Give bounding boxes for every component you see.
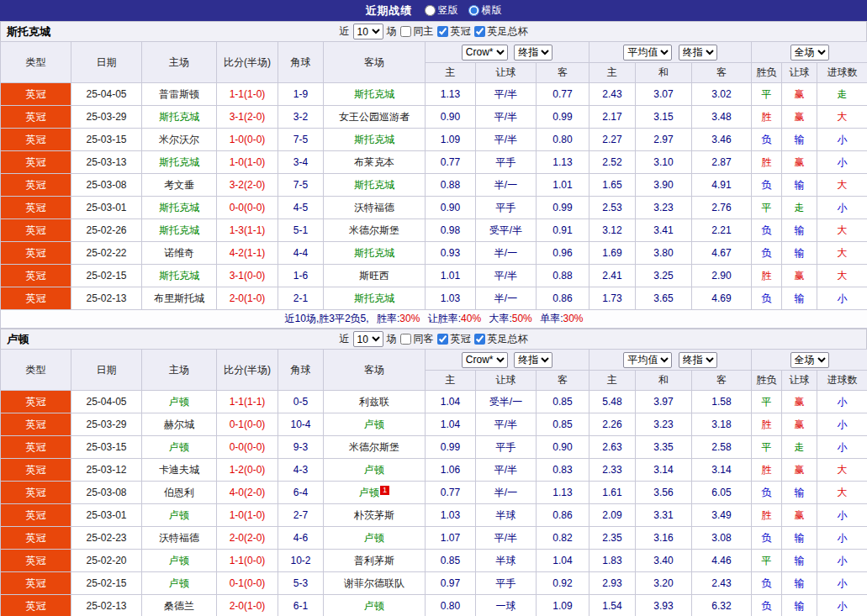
match-row: 英冠25-03-29赫尔城0-1(0-0)10-4卢顿1.04平/半0.852.… [1,413,867,436]
league-badge: 英冠 [1,129,71,151]
league-badge: 英冠 [1,572,71,595]
away-team: 朴茨茅斯 [324,504,426,527]
match-row: 英冠25-04-05普雷斯顿1-1(1-0)1-9斯托克城1.13平/半0.77… [1,83,867,106]
odds-away: 0.86 [537,287,589,310]
avg-home-odds: 5.48 [589,391,636,413]
match-row: 英冠25-02-15卢顿0-1(0-0)5-3谢菲尔德联队0.97平手0.922… [1,572,867,595]
avg-select[interactable]: 平均值 [623,352,672,368]
odds-away: 1.13 [537,151,589,174]
away-team: 布莱克本 [324,151,426,174]
match-row: 英冠25-02-22诺维奇4-2(1-1)4-4斯托克城0.93半/一0.961… [1,242,867,265]
odds-time-select[interactable]: 终指 [514,352,552,368]
same-venue-filter[interactable]: 同主 [400,24,434,39]
horizontal-radio[interactable] [468,5,479,16]
result-handicap: 输 [782,242,817,265]
result-handicap: 输 [782,527,817,550]
avg-away-odds: 4.91 [692,174,752,197]
scope-select[interactable]: 全场 [790,45,829,61]
corner-score: 0-5 [278,391,324,413]
fa-cup-filter[interactable]: 英足总杯 [474,24,528,39]
match-date: 25-03-13 [71,151,142,174]
avg-away-odds: 6.32 [692,595,752,616]
avg-select[interactable]: 平均值 [623,45,672,61]
half-full-score: 1-1(1-0) [217,83,278,106]
result-outcome: 负 [752,129,782,151]
recent-count-select[interactable]: 10 [353,24,383,39]
avg-draw-odds: 3.31 [636,504,692,527]
fa-cup-filter[interactable]: 英足总杯 [474,332,528,346]
sub-header-result: 胜负 [752,63,782,83]
championship-filter[interactable]: 英冠 [437,24,471,39]
recent-count-select[interactable]: 10 [353,331,383,347]
result-goals: 小 [817,527,867,550]
avg-time-select[interactable]: 终指 [679,45,717,61]
odds-away: 0.92 [537,572,589,595]
away-team: 利兹联 [324,391,426,413]
half-full-score: 1-0(1-0) [217,504,278,527]
odds-away: 0.83 [537,459,589,482]
result-handicap: 输 [782,287,817,310]
home-team: 卢顿 [142,572,217,595]
bookmaker-select[interactable]: Crow* [462,45,508,61]
half-full-score: 1-0(1-0) [217,151,278,174]
league-badge: 英冠 [1,527,71,550]
league-badge: 英冠 [1,595,71,616]
home-team: 斯托克城 [142,265,217,287]
same-venue-checkbox[interactable] [400,334,411,345]
half-full-score: 1-2(0-0) [217,459,278,482]
odds-time-select[interactable]: 终指 [514,45,552,61]
result-outcome: 平 [752,550,782,572]
sub-header-avg-home: 主 [589,63,636,83]
odds-away: 0.85 [537,413,589,436]
match-row: 英冠25-02-20卢顿1-1(0-0)10-2普利茅斯0.85半球1.041.… [1,550,867,572]
vertical-radio[interactable] [425,5,436,16]
odds-home: 0.77 [426,151,476,174]
col-header-type: 类型 [1,350,71,391]
odd-rate-stat: 单率:30% [540,313,583,324]
championship-filter[interactable]: 英冠 [437,332,471,346]
home-team: 卢顿 [142,436,217,459]
fa-cup-checkbox[interactable] [474,26,485,37]
corner-score: 4-3 [278,459,324,482]
fa-cup-checkbox[interactable] [474,334,485,345]
match-date: 25-03-15 [71,129,142,151]
team-section-stoke: 斯托克城 近 10 场 同主 英冠 英足总杯 [0,21,867,329]
avg-time-select[interactable]: 终指 [679,352,717,368]
same-venue-filter[interactable]: 同客 [400,332,434,346]
odds-home: 1.03 [426,287,476,310]
championship-checkbox[interactable] [437,334,448,345]
odds-away: 0.82 [537,527,589,550]
result-outcome: 负 [752,242,782,265]
same-venue-checkbox[interactable] [400,26,411,37]
sub-header-goals-result: 进球数 [817,63,867,83]
topbar: 近期战绩 竖版 横版 [0,0,867,21]
odds-home: 0.77 [426,482,476,504]
result-handicap: 赢 [782,504,817,527]
avg-home-odds: 2.63 [589,436,636,459]
layout-option-vertical[interactable]: 竖版 [425,3,458,18]
col-header-date: 日期 [71,350,142,391]
odds-home: 1.04 [426,413,476,436]
league-badge: 英冠 [1,436,71,459]
avg-draw-odds: 3.41 [636,219,692,242]
half-full-score: 2-0(1-0) [217,595,278,616]
match-row: 英冠25-03-01卢顿1-0(1-0)2-7朴茨茅斯1.03半球0.862.0… [1,504,867,527]
avg-away-odds: 4.46 [692,550,752,572]
col-header-date: 日期 [71,42,142,83]
layout-option-horizontal[interactable]: 横版 [468,3,502,18]
home-team: 普雷斯顿 [142,83,217,106]
matches-body: 英冠25-04-05普雷斯顿1-1(1-0)1-9斯托克城1.13平/半0.77… [1,83,867,310]
championship-checkbox[interactable] [437,26,448,37]
avg-home-odds: 2.09 [589,504,636,527]
home-team: 米尔沃尔 [142,129,217,151]
match-row: 英冠25-02-23沃特福德2-0(2-0)4-6卢顿1.07平/半0.822.… [1,527,867,550]
col-header-corner: 角球 [278,42,324,83]
corner-score: 10-4 [278,413,324,436]
scope-select[interactable]: 全场 [790,352,829,368]
games-label: 场 [387,332,397,346]
odds-home: 0.98 [426,219,476,242]
result-outcome: 平 [752,83,782,106]
bookmaker-select[interactable]: Crow* [462,352,508,368]
result-handicap: 赢 [782,83,817,106]
sub-header-avg-home: 主 [589,371,636,391]
